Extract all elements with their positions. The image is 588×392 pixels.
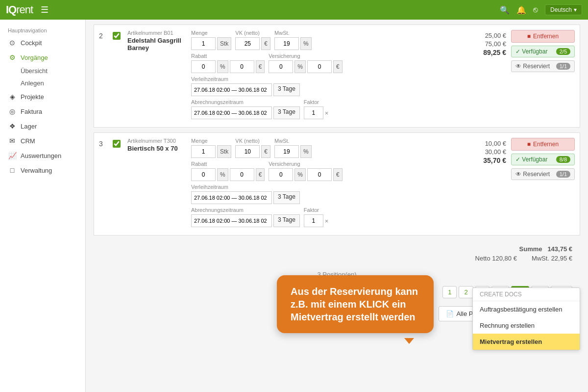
sidebar-item-label: Vorgänge: [21, 54, 48, 61]
field-abrechnung: Abrechnungszeitraum 3 Tage: [191, 99, 300, 119]
verleihdatum-input-0[interactable]: [191, 83, 272, 96]
hamburger-icon[interactable]: ☰: [41, 4, 49, 15]
search-icon[interactable]: 🔍: [500, 5, 510, 15]
topnav: IQrent ☰ 🔍 🔔 ⎋ Deutsch ▾: [0, 0, 588, 20]
available-button-1[interactable]: ✓ Verfügbar 8/8: [511, 154, 575, 165]
mwst-input-1[interactable]: [274, 145, 299, 158]
fields-row-2b: Rabatt % € Versicherung: [191, 161, 447, 181]
rabatt-eur-input-0[interactable]: [230, 60, 254, 73]
field-versicherung: Versicherung % €: [269, 53, 342, 73]
item-checkbox-1[interactable]: [113, 138, 122, 149]
menge-label: Menge: [191, 30, 231, 36]
remove-icon-1: ■: [527, 141, 531, 148]
versicherung-eur-input-1[interactable]: [307, 168, 332, 181]
sidebar-item-auswertungen[interactable]: 📈 Auswertungen: [0, 148, 85, 163]
rabatt-pct-input-1[interactable]: [191, 168, 216, 181]
available-badge-0: 2/5: [556, 48, 570, 55]
verleih-label-1: Verleihzeitraum: [191, 184, 300, 190]
fields-row-2: Rabatt % € Versicherung: [191, 53, 447, 73]
faktor-input-0[interactable]: [304, 106, 323, 119]
item-name-0: Edelstahl Gasgrill Barney: [127, 37, 186, 52]
sidebar-item-cockpit[interactable]: ⊙ Cockpit: [0, 35, 85, 50]
remove-button-1[interactable]: ■ Entfernen: [511, 138, 575, 151]
sidebar-sub-uebersicht[interactable]: Übersicht: [0, 65, 85, 77]
reserved-button-0[interactable]: 👁 Reserviert 1/1: [511, 60, 575, 72]
abrechnungsdatum-input-1[interactable]: [191, 214, 272, 227]
verleihtage-1: 3 Tage: [273, 191, 300, 204]
rabatt-eur-input-1[interactable]: [230, 168, 254, 181]
field-verleih-1: Verleihzeitraum 3 Tage: [191, 184, 300, 204]
fields-row-1b: Menge Stk VK (netto) €: [191, 138, 447, 158]
sidebar-item-label: Projekte: [21, 93, 44, 101]
item-fields-0: Menge Stk VK (netto) €: [191, 30, 447, 122]
abrechnungsdatum-input-0[interactable]: [191, 106, 272, 119]
mwst-unit-0: %: [300, 37, 312, 50]
sidebar-item-label: Lager: [21, 123, 37, 130]
versicherung-eur-unit-0: €: [333, 60, 343, 73]
menge-input-0[interactable]: [191, 37, 216, 50]
crm-icon: ✉: [8, 137, 17, 145]
verleih-input-row: 3 Tage: [191, 83, 300, 96]
verleih-input-row-1: 3 Tage: [191, 191, 300, 204]
main-layout: Hauptnavigation ⊙ Cockpit ⚙ Vorgänge Übe…: [0, 20, 588, 392]
field-versicherung-1: Versicherung % €: [269, 161, 342, 181]
auftragsbestaetigung-item[interactable]: Auftragsbestätigung erstellen: [473, 301, 580, 317]
reserved-button-1[interactable]: 👁 Reserviert 1/1: [511, 168, 575, 180]
versicherung-pct-input-1[interactable]: [269, 168, 293, 181]
netto-value: Netto 120,80 €: [475, 255, 517, 262]
rabatt-input-row-1: % €: [191, 168, 265, 181]
vk-input-1[interactable]: [235, 145, 260, 158]
price-total-1: 30,00 €: [485, 148, 506, 156]
page-btn-2[interactable]: 2: [459, 286, 473, 298]
versicherung-eur-input-0[interactable]: [307, 60, 332, 73]
rabatt-label-1: Rabatt: [191, 161, 265, 167]
mwst-label-1: MwSt.: [274, 138, 312, 144]
menge-input-1[interactable]: [191, 145, 216, 158]
verwaltung-icon: □: [8, 166, 17, 174]
versicherung-pct-input-0[interactable]: [269, 60, 293, 73]
sidebar-item-verwaltung[interactable]: □ Verwaltung: [0, 163, 85, 178]
verleih-label: Verleihzeitraum: [191, 76, 300, 82]
verleihdatum-input-1[interactable]: [191, 191, 272, 204]
rabatt-pct-input-0[interactable]: [191, 60, 216, 73]
mwst-label: MwSt.: [274, 30, 312, 36]
sidebar-item-vorgaenge[interactable]: ⚙ Vorgänge: [0, 50, 85, 65]
price-total-0: 75,00 €: [485, 40, 506, 48]
mietvertrag-item[interactable]: Mietvertrag erstellen: [473, 334, 580, 350]
language-selector[interactable]: Deutsch ▾: [545, 4, 582, 15]
checkbox-input-0[interactable]: [113, 32, 121, 40]
available-badge-1: 8/8: [556, 156, 570, 163]
rechnung-item[interactable]: Rechnung erstellen: [473, 317, 580, 334]
sidebar-item-projekte[interactable]: ◈ Projekte: [0, 89, 85, 104]
tooltip-bubble: Aus der Reservierung kann z.B. mit einem…: [277, 275, 434, 333]
vk-input-0[interactable]: [235, 37, 260, 50]
remove-button-0[interactable]: ■ Entfernen: [511, 30, 575, 43]
logout-icon[interactable]: ⎋: [533, 5, 538, 14]
field-rabatt-1: Rabatt % €: [191, 161, 265, 181]
sidebar-item-lager[interactable]: ❖ Lager: [0, 119, 85, 133]
vk-label-1: VK (netto): [235, 138, 270, 144]
item-prices-1: 10,00 € 30,00 € 35,70 €: [452, 138, 506, 164]
notifications-icon[interactable]: 🔔: [516, 5, 526, 15]
faktor-input-1[interactable]: [304, 214, 323, 227]
sidebar-item-faktura[interactable]: ◎ Faktura: [0, 104, 85, 119]
field-verleih: Verleihzeitraum 3 Tage: [191, 76, 300, 96]
page-btn-1[interactable]: 1: [442, 286, 457, 298]
field-mwst-1: MwSt. %: [274, 138, 312, 158]
item-name-1: Biertisch 50 x 70: [127, 145, 186, 152]
table-row: 3 Artikelnummer T300 Biertisch 50 x 70 M…: [94, 132, 580, 235]
lager-icon: ❖: [8, 122, 17, 130]
netto-mwst-line: Netto 120,80 € MwSt. 22,95 €: [475, 255, 572, 262]
sidebar-item-crm[interactable]: ✉ CRM: [0, 133, 85, 148]
mwst-input-0[interactable]: [274, 37, 299, 50]
remove-icon-0: ■: [527, 33, 531, 40]
versicherung-eur-unit-1: €: [333, 168, 343, 181]
available-button-0[interactable]: ✓ Verfügbar 2/5: [511, 46, 575, 57]
sidebar-sub-anlegen[interactable]: Anlegen: [0, 77, 85, 89]
faktura-icon: ◎: [8, 107, 17, 115]
fields-row-1: Menge Stk VK (netto) €: [191, 30, 447, 50]
rabatt-input-row: % €: [191, 60, 265, 73]
item-checkbox-0[interactable]: [113, 30, 122, 41]
checkbox-input-1[interactable]: [113, 140, 121, 148]
rabatt-eur-unit-0: €: [256, 60, 265, 73]
